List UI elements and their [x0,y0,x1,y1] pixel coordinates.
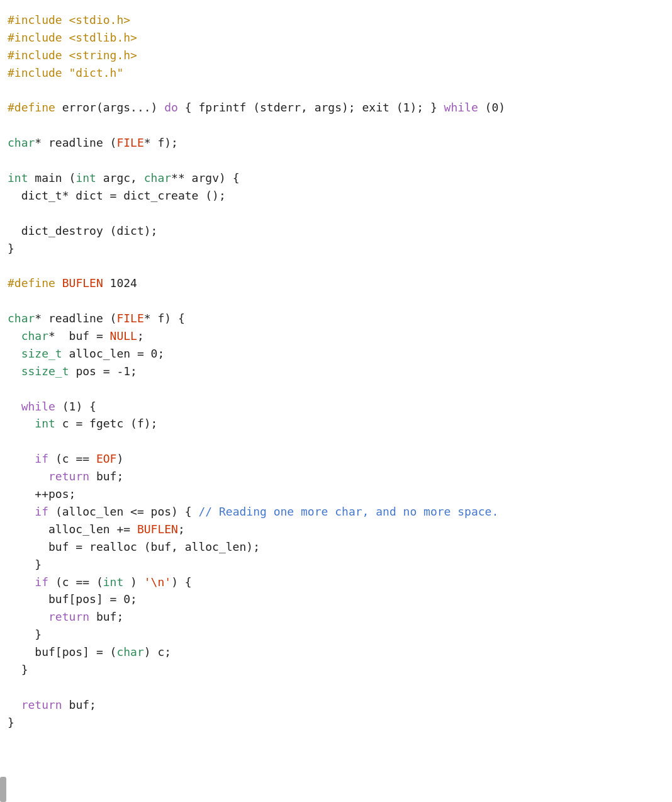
code-token: while [444,101,478,114]
code-token [8,400,21,413]
code-line: int main (int argc, char** argv) { [8,169,664,187]
code-token: char [144,171,171,184]
code-token: 1024 [103,276,137,290]
code-token: (c == ( [48,575,103,589]
code-token: int [76,171,96,184]
code-line: } [8,661,664,679]
code-line: return buf; [8,608,664,626]
code-token: dict_t* dict = dict_create (); [8,189,226,202]
code-token [8,329,21,342]
code-token: ssize_t [21,364,69,378]
code-token: if [35,452,48,465]
code-token: char [8,136,35,149]
code-token [8,698,21,711]
code-line: #define error(args...) do { fprintf (std… [8,99,664,116]
code-token: size_t [21,347,62,360]
code-line: int c = fgetc (f); [8,415,664,432]
code-line: if (alloc_len <= pos) { // Reading one m… [8,503,664,521]
code-token: ) { [171,575,192,589]
code-token: if [35,505,48,518]
code-token: buf; [89,610,123,623]
code-token: (alloc_len <= pos) { [48,505,198,518]
code-line: #include <stdlib.h> [8,29,664,47]
code-token: char [116,645,143,658]
code-line: } [8,714,664,731]
code-token: FILE [116,312,143,325]
code-token: NULL [110,329,137,342]
code-token: EOF [96,452,117,465]
code-token: #include "dict.h" [8,66,123,79]
code-line [8,257,664,274]
code-line: buf = realloc (buf, alloc_len); [8,538,664,556]
code-token: ) [123,575,144,589]
code-token: } [8,628,42,641]
code-token: c = fgetc (f); [55,417,158,430]
code-token: { fprintf (stderr, args); exit (1); } [178,101,444,114]
code-line: size_t alloc_len = 0; [8,345,664,363]
code-token [8,575,35,589]
code-token: #define [8,276,55,290]
code-token: ; [137,329,144,342]
code-token [8,470,48,483]
code-token: buf[pos] = ( [8,645,116,658]
code-token: buf; [89,470,123,483]
code-token [55,276,62,290]
code-token: argc, [96,171,144,184]
code-token: ** argv) { [171,171,239,184]
code-line [8,152,664,169]
code-line: char* readline (FILE* f); [8,134,664,152]
code-token: buf[pos] = 0; [8,592,137,606]
code-token: error(args...) [55,101,164,114]
code-line: #include <string.h> [8,47,664,64]
code-line [8,432,664,450]
code-token: (0) [478,101,505,114]
code-token: } [8,558,42,571]
code-token: int [8,171,28,184]
code-token: BUFLEN [137,522,178,536]
code-token: * buf = [48,329,110,342]
code-line [8,679,664,696]
code-token [8,505,35,518]
code-token: main ( [28,171,76,184]
code-line: if (c == EOF) [8,450,664,468]
code-token: int [103,575,124,589]
code-line: ++pos; [8,485,664,503]
code-token: buf = realloc (buf, alloc_len); [8,540,260,553]
code-token: ; [178,522,185,536]
code-token: } [8,663,28,676]
code-token: return [48,610,89,623]
code-token: #include <stdio.h> [8,13,130,26]
code-line: dict_destroy (dict); [8,222,664,240]
code-line: #include <stdio.h> [8,11,664,29]
code-token: #define [8,101,55,114]
code-token [8,347,21,360]
code-line: alloc_len += BUFLEN; [8,521,664,538]
code-line: } [8,240,664,257]
code-token: (1) { [55,400,96,413]
code-line: } [8,626,664,643]
code-token: if [35,575,48,589]
code-token: dict_destroy (dict); [8,224,157,237]
code-line: buf[pos] = (char) c; [8,643,664,661]
code-token: #include <string.h> [8,48,137,62]
code-token: do [164,101,178,114]
code-line: char* readline (FILE* f) { [8,310,664,327]
code-token [8,452,35,465]
code-token: char [21,329,48,342]
code-line: if (c == (int ) '\n') { [8,573,664,591]
code-token [8,364,21,378]
code-token: buf; [62,698,96,711]
code-line: return buf; [8,696,664,714]
code-line: char* buf = NULL; [8,327,664,345]
code-token: * f); [144,136,178,149]
code-token: #include <stdlib.h> [8,31,137,44]
code-token: while [21,400,55,413]
code-token: return [21,698,62,711]
code-token: ) c; [144,645,171,658]
code-line: dict_t* dict = dict_create (); [8,187,664,205]
code-token: '\n' [144,575,171,589]
code-token: alloc_len = 0; [62,347,165,360]
code-token: char [8,312,35,325]
code-token: * readline ( [35,312,116,325]
code-token: pos = -1; [69,364,137,378]
